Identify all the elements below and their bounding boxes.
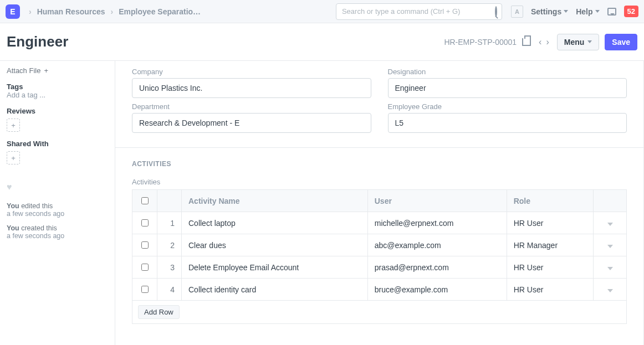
row-menu-button[interactable] <box>594 256 627 279</box>
cell-user[interactable]: abc@example.com <box>367 234 507 256</box>
cell-role[interactable]: HR Manager <box>507 234 593 256</box>
caret-down-icon <box>595 10 600 13</box>
search-icon <box>492 7 497 16</box>
menu-button-label: Menu <box>564 38 585 47</box>
page-header: Engineer HR-EMP-STP-00001 ‹ › Menu Save <box>0 23 644 61</box>
settings-label: Settings <box>531 7 561 16</box>
company-field[interactable] <box>132 78 371 98</box>
row-index: 1 <box>157 212 182 234</box>
add-tag-button[interactable]: Add a tag ... <box>7 91 108 99</box>
timeline: You edited this a few seconds ago You cr… <box>7 202 108 240</box>
company-label: Company <box>132 68 371 76</box>
add-share-button[interactable]: + <box>7 151 20 164</box>
save-button[interactable]: Save <box>605 34 637 50</box>
select-all-header <box>132 190 157 212</box>
caret-down-icon <box>607 223 613 226</box>
cell-user[interactable]: prasad@erpnext.com <box>367 256 507 279</box>
breadcrumb: › Human Resources › Employee Separatio… <box>23 7 201 16</box>
breadcrumb-item-human-resources[interactable]: Human Resources <box>37 7 105 16</box>
employee-grade-field[interactable] <box>388 113 627 133</box>
activities-label: Activities <box>132 178 627 186</box>
sidebar: Attach File + Tags Add a tag ... Reviews… <box>0 61 115 345</box>
cell-user[interactable]: bruce@example.com <box>367 279 507 301</box>
col-role: Role <box>507 190 593 212</box>
caret-down-icon <box>564 10 568 13</box>
doc-id: HR-EMP-STP-00001 <box>444 38 517 47</box>
chat-icon[interactable] <box>607 8 616 16</box>
prev-record-button[interactable]: ‹ <box>536 37 544 48</box>
like-button[interactable]: ♥ <box>7 182 108 192</box>
navbar: E › Human Resources › Employee Separatio… <box>0 0 644 23</box>
select-all-checkbox[interactable] <box>141 197 149 204</box>
cell-activity-name[interactable]: Delete Employee Email Account <box>182 256 368 279</box>
shared-with-section-label: Shared With <box>7 140 108 148</box>
avatar[interactable]: A <box>511 6 523 18</box>
caret-down-icon <box>587 40 592 43</box>
row-index: 4 <box>157 279 182 301</box>
caret-down-icon <box>607 289 613 292</box>
row-checkbox[interactable] <box>141 241 149 249</box>
cell-role[interactable]: HR User <box>507 212 593 234</box>
form-main: Company Designation Department Employee … <box>115 61 644 345</box>
employee-grade-label: Employee Grade <box>388 102 627 111</box>
department-label: Department <box>132 102 371 111</box>
row-menu-button[interactable] <box>594 279 627 301</box>
plus-icon: + <box>44 66 48 75</box>
designation-label: Designation <box>388 68 627 76</box>
attach-file-label: Attach File <box>7 66 40 75</box>
chevron-right-icon: › <box>29 7 32 16</box>
next-record-button[interactable]: › <box>544 37 551 48</box>
row-menu-button[interactable] <box>594 212 627 234</box>
table-row[interactable]: 4Collect identity cardbruce@example.comH… <box>132 279 627 301</box>
row-index: 3 <box>157 256 182 279</box>
help-label: Help <box>576 7 592 16</box>
caret-down-icon <box>607 245 613 248</box>
col-activity-name: Activity Name <box>182 190 368 212</box>
timeline-entry: You created this a few seconds ago <box>7 224 108 240</box>
reviews-section-label: Reviews <box>7 107 108 115</box>
page-title: Engineer <box>7 33 444 50</box>
cell-role[interactable]: HR User <box>507 279 593 301</box>
tags-section-label: Tags <box>7 83 108 91</box>
cell-activity-name[interactable]: Collect identity card <box>182 279 368 301</box>
department-field[interactable] <box>132 113 371 133</box>
row-checkbox[interactable] <box>141 286 149 293</box>
notification-badge[interactable]: 52 <box>624 6 638 17</box>
search-box[interactable] <box>336 3 502 20</box>
app-logo[interactable]: E <box>6 4 20 19</box>
cell-activity-name[interactable]: Clear dues <box>182 234 368 256</box>
row-index: 2 <box>157 234 182 256</box>
activities-section-title: ACTIVITIES <box>132 160 627 168</box>
activities-table: Activity Name User Role 1Collect laptopm… <box>132 189 627 301</box>
settings-menu[interactable]: Settings <box>531 7 568 16</box>
nav-right: A Settings Help 52 <box>511 6 638 18</box>
print-button[interactable] <box>522 38 531 46</box>
add-review-button[interactable]: + <box>7 119 20 132</box>
row-checkbox[interactable] <box>141 264 149 271</box>
cell-activity-name[interactable]: Collect laptop <box>182 212 368 234</box>
designation-field[interactable] <box>388 78 627 98</box>
add-row-button[interactable]: Add Row <box>138 305 180 319</box>
breadcrumb-item-employee-separation[interactable]: Employee Separatio… <box>119 7 201 16</box>
attach-file-button[interactable]: Attach File + <box>7 66 108 75</box>
cell-role[interactable]: HR User <box>507 256 593 279</box>
chevron-right-icon: › <box>111 7 114 16</box>
row-menu-button[interactable] <box>594 234 627 256</box>
col-row-menu <box>594 190 627 212</box>
caret-down-icon <box>607 267 613 270</box>
row-checkbox[interactable] <box>141 219 149 226</box>
search-input[interactable] <box>341 7 492 16</box>
index-header <box>157 190 182 212</box>
help-menu[interactable]: Help <box>576 7 599 16</box>
table-row[interactable]: 2Clear duesabc@example.comHR Manager <box>132 234 627 256</box>
table-row[interactable]: 1Collect laptopmichelle@erpnext.comHR Us… <box>132 212 627 234</box>
table-row[interactable]: 3Delete Employee Email Accountprasad@erp… <box>132 256 627 279</box>
menu-button[interactable]: Menu <box>557 34 600 50</box>
record-pager: ‹ › <box>536 37 551 48</box>
timeline-entry: You edited this a few seconds ago <box>7 202 108 218</box>
col-user: User <box>367 190 507 212</box>
cell-user[interactable]: michelle@erpnext.com <box>367 212 507 234</box>
